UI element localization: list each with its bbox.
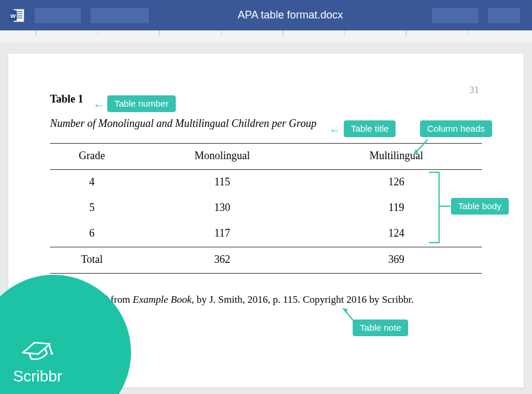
column-head: Multilingual (311, 144, 482, 170)
titlebar-placeholder (432, 8, 478, 23)
scribbr-logo: Scribbr (13, 339, 62, 386)
document-title: APA table format.docx (158, 9, 422, 21)
svg-point-14 (50, 352, 54, 355)
cell-grade: 5 (50, 196, 133, 221)
word-icon: W (8, 7, 25, 24)
note-text: , by J. Smith, 2016, p. 115. Copyright 2… (191, 294, 413, 305)
svg-marker-12 (21, 339, 52, 358)
column-head: Grade (50, 144, 133, 170)
bracket-icon (429, 172, 440, 243)
table-title: Number of Monolingual and Multilingual C… (50, 117, 482, 130)
titlebar-placeholder (91, 8, 149, 23)
column-head: Monolingual (133, 144, 310, 170)
ruler (0, 30, 532, 42)
note-book-title: Example Book (133, 294, 192, 305)
cell-grade: 4 (50, 170, 133, 196)
table-total-row: Total 362 369 (50, 247, 482, 274)
table-row: 6 117 124 (50, 221, 482, 247)
bracket-connector-icon (440, 203, 452, 210)
table-row: 5 130 119 (50, 196, 482, 221)
cell-mono: 117 (133, 221, 310, 247)
page-number: 31 (469, 85, 479, 95)
annotation-table-title: Table title (344, 120, 396, 137)
cell-mono: 115 (133, 170, 310, 196)
graduation-cap-icon (21, 339, 54, 365)
cell-mono: 130 (133, 196, 310, 221)
svg-text:W: W (10, 12, 16, 18)
cell-total-label: Total (50, 247, 133, 274)
apa-table: Grade Monolingual Multilingual 4 115 126… (50, 143, 482, 274)
table-row: 4 115 126 (50, 170, 482, 196)
arrow-left-icon (329, 123, 341, 137)
scribbr-brand-text: Scribbr (13, 367, 62, 386)
cell-multi: 126 (311, 170, 482, 196)
word-titlebar: W APA table format.docx (0, 0, 532, 30)
annotation-table-note: Table note (353, 319, 408, 336)
cell-grade: 6 (50, 221, 133, 247)
cell-multi: 124 (311, 221, 482, 247)
annotation-column-heads: Column heads (420, 120, 492, 137)
cell-total-multi: 369 (311, 247, 482, 274)
titlebar-placeholder (35, 8, 81, 23)
cell-total-mono: 362 (133, 247, 310, 274)
arrow-left-icon (93, 98, 105, 112)
svg-line-13 (49, 345, 52, 352)
titlebar-placeholder (488, 8, 520, 23)
annotation-table-body: Table body (451, 198, 509, 215)
arrow-diagonal-icon (410, 138, 434, 162)
table-note: Note. Adapted from Example Book, by J. S… (50, 294, 482, 306)
annotation-table-number: Table number (107, 95, 176, 112)
